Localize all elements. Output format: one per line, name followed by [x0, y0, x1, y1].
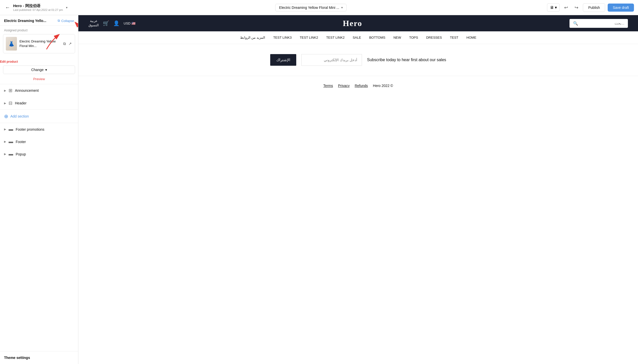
device-button[interactable]: 🖥 ▾ — [547, 3, 560, 12]
nav-link-testlink3[interactable]: TEST LINK3 — [269, 31, 296, 44]
page-selector-title: Electric Dreaming Yellow Floral Mini ... — [279, 6, 339, 10]
store-nav-left: عربية التسوق 🛒 👤 USD 🇺🇸 — [88, 19, 135, 28]
newsletter-email-input[interactable] — [301, 54, 362, 66]
save-draft-button[interactable]: Save draft — [608, 4, 634, 12]
footer-terms-link[interactable]: Terms — [323, 84, 333, 88]
shopping-text: التسوق — [88, 23, 99, 28]
search-input[interactable] — [580, 21, 624, 25]
assigned-product-label: Assigned product — [0, 26, 78, 34]
store-logo: Hero — [141, 19, 564, 28]
product-actions: ⧉ ↗ — [63, 41, 72, 47]
add-section-button[interactable]: ⊕ Add section — [0, 109, 78, 123]
newsletter-text: Subscribe today to hear first about our … — [367, 58, 446, 62]
store-name: Hero - 阿拉伯语 — [13, 4, 63, 8]
top-bar: ← Hero - 阿拉伯语 Last published: 07 Apr,202… — [0, 0, 638, 15]
sidebar-item-footer-promotions[interactable]: ▶ ▬ Footer promotions — [0, 123, 78, 135]
footer-sections: ▶ ▬ Footer promotions ▶ ▬ Footer ▶ ▬ Pop… — [0, 123, 78, 160]
expand-icon-popup: ▶ — [4, 152, 6, 156]
change-product-button[interactable]: Change ▾ — [3, 65, 75, 74]
nav-link-dresses[interactable]: DRESSES — [422, 31, 446, 44]
flag-icon: 🇺🇸 — [131, 21, 135, 25]
nav-link-home[interactable]: HOME — [462, 31, 480, 44]
announcement-icon: ⊞ — [9, 88, 12, 93]
expand-icon-announcement: ▶ — [4, 89, 6, 92]
product-image-placeholder: 👗 — [6, 37, 17, 51]
sidebar-header: Electric Dreaming Yello... ⧉ Collapse — [0, 15, 78, 26]
device-arrow-icon: ▾ — [555, 5, 557, 10]
store-language[interactable]: عربية التسوق — [88, 19, 99, 28]
preview-area: عربية التسوق 🛒 👤 USD 🇺🇸 Hero 🔍 — [78, 15, 638, 364]
collapse-icon: ⧉ — [58, 19, 60, 23]
store-search[interactable]: 🔍 — [569, 19, 628, 28]
store-nav-bar: المزيد من الروابط TEST LINK3 TEST LINK2 … — [78, 31, 638, 44]
footer-copyright: Hero 2022 © — [373, 84, 393, 88]
footer-promotions-label: Footer promotions — [16, 127, 44, 131]
product-area: 👗 Electric Dreaming Yellow Floral Min...… — [0, 34, 78, 56]
back-button[interactable]: ← — [4, 4, 11, 11]
announcement-label: Announcement — [15, 88, 39, 93]
header-icon: ⊟ — [9, 100, 12, 106]
nav-link-sale[interactable]: SALE — [349, 31, 365, 44]
sidebar: Electric Dreaming Yello... ⧉ Collapse As… — [0, 15, 78, 364]
top-bar-left: ← Hero - 阿拉伯语 Last published: 07 Apr,202… — [4, 4, 75, 11]
change-arrow-icon: ▾ — [45, 68, 47, 72]
sidebar-item-announcement[interactable]: ▶ ⊞ Announcement — [0, 84, 78, 97]
preview-label: Preview — [0, 76, 78, 84]
store-info: Hero - 阿拉伯语 Last published: 07 Apr,2022 … — [13, 4, 63, 11]
collapse-button[interactable]: ⧉ Collapse — [58, 19, 74, 23]
sidebar-title: Electric Dreaming Yello... — [4, 19, 46, 23]
popup-icon: ▬ — [9, 151, 13, 157]
currency-selector[interactable]: USD 🇺🇸 — [124, 21, 135, 25]
preview-frame: عربية التسوق 🛒 👤 USD 🇺🇸 Hero 🔍 — [78, 15, 638, 364]
currency-code: USD — [124, 21, 130, 25]
expand-icon-footer-promo: ▶ — [4, 128, 6, 131]
sidebar-item-popup[interactable]: ▶ ▬ Popup — [0, 148, 78, 160]
nav-link-tops[interactable]: TOPS — [405, 31, 422, 44]
lang-text: عربية — [88, 19, 99, 23]
last-published: Last published: 07 Apr,2022 at 01:27 pm — [13, 8, 63, 11]
search-icon: 🔍 — [573, 21, 578, 26]
account-icon[interactable]: 👤 — [113, 20, 120, 26]
expand-icon-footer: ▶ — [4, 140, 6, 143]
header-label: Header — [15, 101, 27, 105]
nav-link-test[interactable]: TEST — [446, 31, 462, 44]
main-layout: Electric Dreaming Yello... ⧉ Collapse As… — [0, 15, 638, 364]
page-selector-arrow-icon: ▾ — [341, 6, 343, 9]
device-icon: 🖥 — [550, 5, 554, 10]
product-external-button[interactable]: ↗ — [68, 41, 72, 47]
store-dropdown-arrow[interactable]: ▾ — [66, 6, 67, 9]
page-selector[interactable]: Electric Dreaming Yellow Floral Mini ...… — [275, 4, 347, 11]
subscribe-button[interactable]: الإشتراك — [270, 54, 296, 66]
theme-settings-label: Theme settings — [4, 356, 30, 360]
sidebar-item-footer[interactable]: ▶ ▬ Footer — [0, 135, 78, 148]
store-footer: Terms Privacy Refunds Hero 2022 © — [78, 76, 638, 95]
nav-link-new[interactable]: NEW — [389, 31, 405, 44]
nav-link-more[interactable]: المزيد من الروابط — [236, 31, 269, 44]
footer-privacy-link[interactable]: Privacy — [338, 84, 350, 88]
top-bar-right: 🖥 ▾ ↩ ↪ Publish Save draft — [547, 3, 634, 12]
product-name: Electric Dreaming Yellow Floral Min... — [19, 39, 60, 48]
top-bar-center: Electric Dreaming Yellow Floral Mini ...… — [78, 4, 544, 11]
store-top-bar: عربية التسوق 🛒 👤 USD 🇺🇸 Hero 🔍 — [78, 15, 638, 31]
nav-link-testlink2-1[interactable]: TEST LINK2 — [296, 31, 322, 44]
expand-icon-header: ▶ — [4, 102, 6, 105]
nav-link-bottoms[interactable]: BOTTOMS — [365, 31, 389, 44]
cart-icon[interactable]: 🛒 — [103, 20, 109, 26]
redo-button[interactable]: ↪ — [573, 4, 580, 11]
collapse-label: Collapse — [61, 19, 74, 23]
product-copy-button[interactable]: ⧉ — [63, 41, 66, 47]
publish-button[interactable]: Publish — [583, 3, 605, 12]
product-card: 👗 Electric Dreaming Yellow Floral Min...… — [3, 34, 75, 53]
footer-refunds-link[interactable]: Refunds — [355, 84, 368, 88]
footer-icon: ▬ — [9, 139, 13, 144]
footer-label: Footer — [16, 140, 26, 144]
sidebar-item-header[interactable]: ▶ ⊟ Header — [0, 97, 78, 109]
change-label: Change — [31, 68, 43, 72]
product-thumbnail: 👗 — [6, 37, 17, 51]
sidebar-sections: ▶ ⊞ Announcement ▶ ⊟ Header — [0, 84, 78, 109]
undo-button[interactable]: ↩ — [562, 4, 570, 11]
newsletter-section: الإشتراك Subscribe today to hear first a… — [78, 44, 638, 76]
nav-link-testlink2-2[interactable]: TEST LINK2 — [322, 31, 349, 44]
add-section-label: Add section — [10, 114, 29, 118]
footer-promo-icon: ▬ — [9, 127, 13, 132]
